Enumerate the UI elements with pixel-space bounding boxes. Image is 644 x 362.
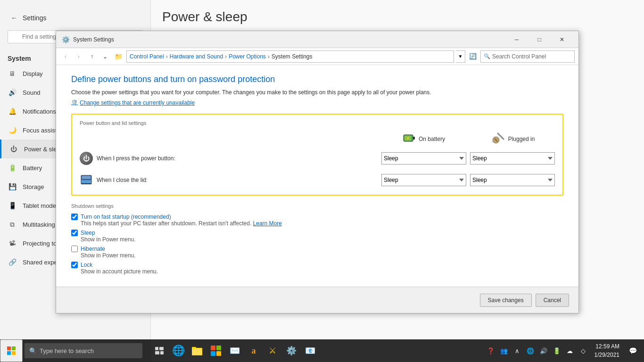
lid-battery-select[interactable]: Do nothing Sleep Hibernate Shut down Tur… [381,174,466,186]
help-tray-icon[interactable]: ❓ [485,342,496,359]
dialog-search-icon: 🔍 [484,53,490,59]
dialog-titlebar: ⚙️ System Settings ─ □ ✕ [56,31,578,48]
sound-icon: 🔊 [8,88,17,97]
svg-rect-19 [160,351,164,354]
notification-center-button[interactable]: 💬 [625,339,640,362]
lock-text: Lock [81,262,92,268]
sleep-checkbox[interactable] [71,230,78,236]
app-icon-7[interactable]: ⚔ [263,339,282,362]
windows-logo-icon [7,346,16,355]
cancel-button[interactable]: Cancel [536,294,569,307]
fast-startup-label[interactable]: Turn on fast startup (recommended) [71,214,563,220]
learn-more-link[interactable]: Learn More [253,220,282,227]
file-explorer-icon[interactable] [188,339,206,362]
svg-text:⚡: ⚡ [405,136,410,140]
dialog-search-placeholder: Search Control Panel [492,53,546,60]
lock-checkbox[interactable] [71,262,78,268]
settings-taskbar-icon[interactable]: ⚙️ [282,339,301,362]
lid-label: When I close the lid: [97,177,148,183]
col-battery-header: ⚡ On battery [381,132,466,146]
sleep-row: Sleep Show in Power menu. [71,230,563,243]
start-button[interactable] [0,339,23,362]
addr-back-button[interactable]: ‹ [60,51,71,62]
network-icon[interactable]: 🌐 [525,342,536,359]
focus-icon: 🌙 [8,125,17,135]
outlook-icon[interactable]: 📧 [301,339,320,362]
breadcrumb-sep-1: › [166,53,168,60]
power-box-title: Power button and lid settings [80,120,555,126]
dialog-controls: ─ □ ✕ [506,33,573,46]
amazon-icon[interactable]: a [244,339,263,362]
lid-plugged-select[interactable]: Do nothing Sleep Hibernate Shut down Tur… [470,174,555,186]
breadcrumb-power-options[interactable]: Power Options [229,53,266,60]
addr-folder-icon: 📁 [115,53,123,60]
battery-label: Battery [23,165,42,172]
task-view-button[interactable] [150,339,169,362]
change-settings-text: Change settings that are currently unava… [80,99,195,106]
save-changes-button[interactable]: Save changes [480,294,532,307]
breadcrumb-current: System Settings [272,53,313,60]
addr-forward-button[interactable]: › [73,51,84,62]
fast-startup-checkbox[interactable] [71,214,78,220]
hibernate-desc: Show in Power menu. [81,252,563,259]
mail-icon[interactable]: ✉️ [225,339,244,362]
svg-rect-10 [82,176,91,179]
taskbar-search-bar[interactable]: 🔍 Type here to search [25,343,142,358]
storage-label: Storage [23,183,44,190]
lock-label[interactable]: Lock [71,262,563,268]
svg-rect-13 [12,346,16,350]
back-button[interactable]: ← [8,11,21,25]
settings-grid: ⚡ On battery Plugged in [80,132,555,189]
storage-icon: 💾 [8,182,17,191]
sleep-label[interactable]: Sleep [71,230,563,236]
hibernate-label[interactable]: Hibernate [71,246,563,252]
shield-icon: 🛡️ [71,99,78,106]
taskbar-search-icon: 🔍 [29,347,37,354]
taskbar: 🔍 Type here to search 🌐 [0,339,644,362]
system-clock[interactable]: 12:59 AM 1/29/2021 [591,342,623,359]
breadcrumb-control-panel[interactable]: Control Panel [130,53,164,60]
power-plugged-select[interactable]: Do nothing Sleep Hibernate Shut down Tur… [470,152,555,165]
close-button[interactable]: ✕ [551,33,573,46]
projecting-icon: 📽 [8,239,17,248]
plugged-col-icon [490,132,505,145]
multitasking-icon: ⧉ [8,220,17,229]
fast-startup-text: Turn on fast startup (recommended) [81,214,171,220]
power-settings-box: Power button and lid settings ⚡ On batte… [71,114,563,196]
tablet-label: Tablet mode [23,202,56,209]
breadcrumb-sep-2: › [225,53,227,60]
minimize-button[interactable]: ─ [506,33,528,46]
breadcrumb-dropdown[interactable]: ▼ [456,50,465,63]
refresh-button[interactable]: 🔄 [467,51,479,62]
battery-tray-icon[interactable]: 🔋 [551,342,562,359]
people-tray-icon[interactable]: 👥 [498,342,510,359]
addr-up-button[interactable]: ↑ [86,51,98,62]
dialog-search-bar[interactable]: 🔍 Search Control Panel [480,50,575,63]
breadcrumb-hardware-sound[interactable]: Hardware and Sound [170,53,223,60]
tray-chevron[interactable]: ∧ [512,342,523,359]
hibernate-checkbox[interactable] [71,246,78,252]
volume-icon[interactable]: 🔊 [538,342,549,359]
dialog-content: Define power buttons and turn on passwor… [56,65,578,285]
shutdown-title: Shutdown settings [71,203,563,209]
lock-row: Lock Show in account picture menu. [71,262,563,275]
microsoft-store-icon[interactable] [206,339,225,362]
lid-svg-icon [80,173,93,186]
addr-recent-button[interactable]: ⌄ [99,51,111,62]
dropbox-icon[interactable]: ◇ [578,342,589,359]
settings-app-title: Settings [23,14,47,22]
power-battery-select-wrapper: Do nothing Sleep Hibernate Shut down Tur… [381,152,466,165]
onedrive-icon[interactable]: ☁ [564,342,576,359]
fast-startup-row: Turn on fast startup (recommended) This … [71,214,563,227]
svg-rect-11 [81,183,91,184]
define-subtitle: Choose the power settings that you want … [71,88,563,97]
sound-label: Sound [23,89,41,96]
change-settings-link[interactable]: 🛡️ Change settings that are currently un… [71,99,563,106]
power-battery-select[interactable]: Do nothing Sleep Hibernate Shut down Tur… [381,152,466,165]
edge-icon[interactable]: 🌐 [169,339,188,362]
notifications-label: Notifications [23,108,56,115]
lid-battery-select-wrapper: Do nothing Sleep Hibernate Shut down Tur… [381,174,466,186]
maximize-button[interactable]: □ [528,33,550,46]
svg-rect-15 [12,351,16,355]
sleep-text: Sleep [81,230,95,236]
